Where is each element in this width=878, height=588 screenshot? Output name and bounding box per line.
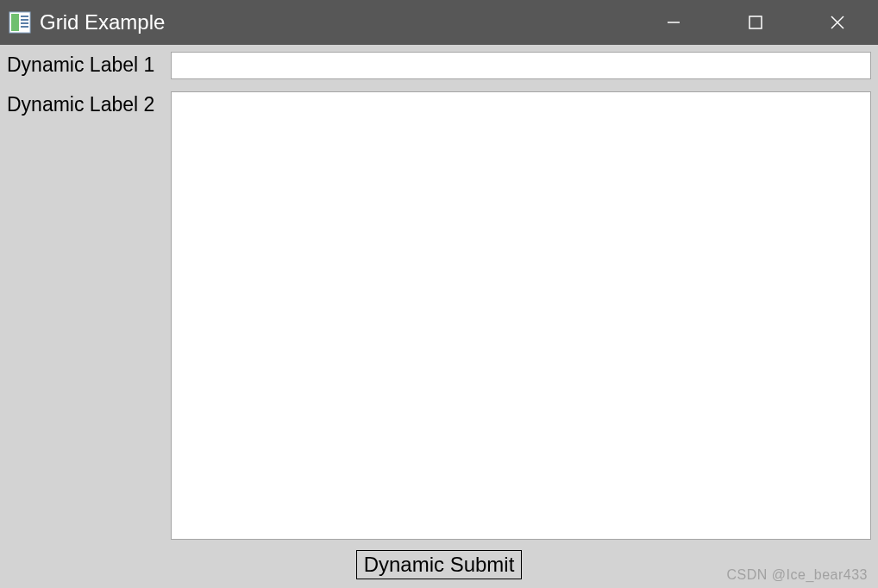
svg-rect-2 [21,16,28,17]
text-area-2[interactable] [171,91,871,540]
text-input-1[interactable] [171,52,871,79]
svg-rect-1 [11,14,19,31]
svg-rect-3 [21,19,28,21]
app-window: Grid Example Dynamic Label 1 Dynamic Lab… [0,0,878,588]
app-icon [9,11,31,34]
label-2: Dynamic Label 2 [7,91,162,116]
window-title: Grid Example [40,10,165,34]
maximize-button[interactable] [714,0,796,45]
titlebar: Grid Example [0,0,878,45]
close-button[interactable] [796,0,878,45]
svg-rect-4 [21,22,28,24]
maximize-icon [748,15,763,30]
minimize-icon [666,15,681,30]
svg-rect-7 [749,16,762,28]
svg-rect-5 [21,26,28,28]
submit-button[interactable]: Dynamic Submit [356,550,523,579]
close-icon [829,14,846,31]
label-1: Dynamic Label 1 [7,52,162,77]
form-grid: Dynamic Label 1 Dynamic Label 2 [7,52,871,540]
button-row: Dynamic Submit [7,540,871,581]
client-area: Dynamic Label 1 Dynamic Label 2 Dynamic … [0,45,878,588]
minimize-button[interactable] [632,0,714,45]
